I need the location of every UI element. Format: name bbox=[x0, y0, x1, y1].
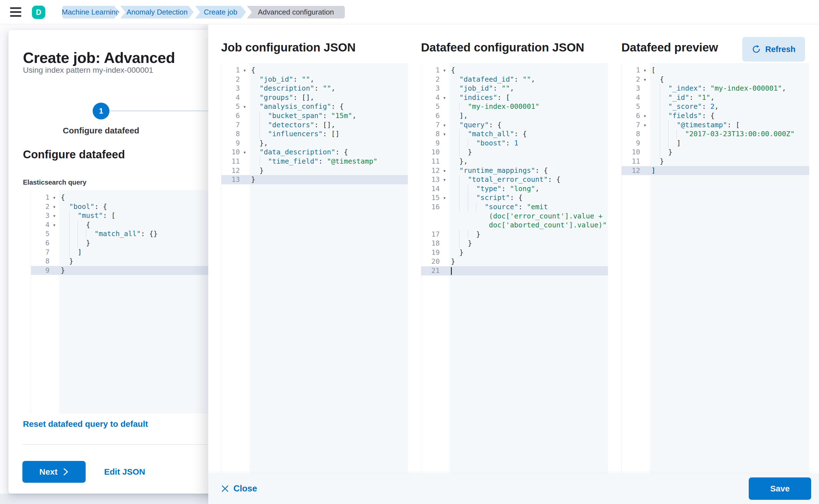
breadcrumb-item-1[interactable]: Machine Learning bbox=[62, 6, 119, 18]
line-number-gutter: 5▾ bbox=[222, 102, 250, 111]
code-line[interactable]: 5▾ "analysis_config": { bbox=[222, 102, 408, 111]
code-line[interactable]: 5 "my-index-000001" bbox=[421, 102, 608, 111]
refresh-button[interactable]: Refresh bbox=[742, 37, 805, 62]
fold-arrow-icon[interactable]: ▾ bbox=[640, 121, 650, 130]
code-line[interactable]: 9 ] bbox=[622, 139, 809, 148]
code-line[interactable]: 11 } bbox=[622, 157, 809, 166]
line-number-gutter: 8▾ bbox=[421, 129, 449, 139]
refresh-icon bbox=[752, 45, 761, 54]
code-line[interactable]: 3 "job_id": "", bbox=[421, 84, 608, 93]
line-number-gutter: 11 bbox=[421, 157, 449, 166]
line-number-gutter: 7▾ bbox=[421, 121, 449, 130]
fold-arrow-icon[interactable]: ▾ bbox=[50, 193, 59, 202]
code-line[interactable]: 12▾ "runtime_mappings": { bbox=[421, 166, 608, 175]
code-line[interactable]: 21 bbox=[421, 266, 608, 275]
fold-arrow-icon[interactable]: ▾ bbox=[440, 175, 449, 184]
line-number-gutter: 12 bbox=[622, 166, 650, 175]
datafeed-configuration-json-editor[interactable]: 1▾{2 "datafeed_id": "",3 "job_id": "",4▾… bbox=[421, 63, 608, 473]
code-line[interactable]: 9 "boost": 1 bbox=[421, 139, 608, 148]
line-number-gutter: 10 bbox=[421, 148, 449, 157]
code-line[interactable]: 6 ], bbox=[421, 111, 608, 121]
line-number-gutter: 6▾ bbox=[622, 111, 650, 121]
fold-arrow-icon[interactable]: ▾ bbox=[440, 93, 449, 102]
code-line[interactable]: 11 }, bbox=[421, 157, 608, 166]
code-line[interactable]: 11 "time_field": "@timestamp" bbox=[222, 157, 408, 166]
text-cursor bbox=[451, 267, 452, 275]
next-button[interactable]: Next bbox=[22, 461, 86, 483]
fold-arrow-icon[interactable]: ▾ bbox=[440, 166, 449, 175]
fold-arrow-icon[interactable]: ▾ bbox=[240, 148, 250, 157]
code-line[interactable]: 7▾ "query": { bbox=[421, 121, 608, 130]
fold-arrow-icon[interactable]: ▾ bbox=[640, 66, 650, 75]
line-number-gutter: 9 bbox=[421, 139, 449, 148]
code-line[interactable]: 5 "_score": 2, bbox=[622, 102, 809, 111]
fold-arrow-icon[interactable]: ▾ bbox=[50, 211, 59, 220]
code-line[interactable]: 8 "influencers": [] bbox=[222, 129, 408, 139]
code-line[interactable]: 1▾[ bbox=[622, 66, 809, 75]
code-line[interactable]: 20} bbox=[421, 257, 608, 266]
section-heading: Configure datafeed bbox=[23, 148, 125, 161]
fold-arrow-icon[interactable]: ▾ bbox=[50, 202, 59, 211]
step-1-indicator[interactable]: 1 bbox=[93, 103, 109, 119]
code-line[interactable]: 2 "job_id": "", bbox=[222, 75, 408, 84]
line-number-gutter: 8 bbox=[222, 129, 250, 139]
code-line[interactable]: 2 "datafeed_id": "", bbox=[421, 75, 608, 84]
line-number-gutter: 2▾ bbox=[31, 202, 59, 211]
code-line[interactable]: 1▾{ bbox=[421, 66, 608, 75]
code-line[interactable]: 10 } bbox=[622, 148, 809, 157]
code-line[interactable]: 16 "source": "emit bbox=[421, 202, 608, 212]
code-line[interactable]: 8 "2017-03-23T13:00:00.000Z" bbox=[622, 129, 809, 139]
code-line[interactable]: 12] bbox=[622, 166, 809, 175]
line-number-gutter: 3 bbox=[421, 84, 449, 93]
code-line[interactable]: 10 } bbox=[421, 148, 608, 157]
code-line[interactable]: doc['aborted_count'].value)" bbox=[421, 221, 608, 230]
breadcrumb-item-2[interactable]: Anomaly Detection bbox=[120, 6, 194, 18]
code-line[interactable]: 1▾{ bbox=[222, 66, 408, 75]
fold-arrow-icon[interactable]: ▾ bbox=[440, 129, 449, 139]
line-number-gutter: 7 bbox=[31, 248, 59, 257]
line-number-gutter: 13 bbox=[222, 175, 250, 184]
code-line[interactable]: 6 "bucket_span": "15m", bbox=[222, 111, 408, 121]
job-configuration-json-editor[interactable]: 1▾{2 "job_id": "",3 "description": "",4 … bbox=[221, 63, 408, 473]
fold-arrow-icon[interactable]: ▾ bbox=[440, 193, 449, 202]
breadcrumb-item-3[interactable]: Create job bbox=[195, 6, 246, 18]
fold-arrow-icon[interactable]: ▾ bbox=[240, 102, 250, 111]
code-line[interactable]: 12 } bbox=[222, 166, 408, 175]
save-button[interactable]: Save bbox=[749, 477, 811, 500]
fold-arrow-icon[interactable]: ▾ bbox=[640, 111, 650, 121]
code-line[interactable]: 19 } bbox=[421, 248, 608, 257]
code-line[interactable]: 8▾ "match_all": { bbox=[421, 129, 608, 139]
code-line[interactable]: 2▾ { bbox=[622, 75, 809, 84]
code-line[interactable]: 4▾ "indices": [ bbox=[421, 93, 608, 102]
line-number-gutter: 1▾ bbox=[222, 66, 250, 75]
code-line[interactable]: 14 "type": "long", bbox=[421, 184, 608, 194]
code-line[interactable]: 15▾ "script": { bbox=[421, 193, 608, 202]
fold-arrow-icon[interactable]: ▾ bbox=[640, 75, 650, 84]
code-line[interactable]: 10▾ "data_description": { bbox=[222, 148, 408, 157]
code-line[interactable]: 7▾ "@timestamp": [ bbox=[622, 121, 809, 130]
line-number-gutter: 4▾ bbox=[31, 220, 59, 230]
edit-json-link[interactable]: Edit JSON bbox=[104, 467, 145, 477]
datafeed-configuration-json-title: Datafeed configuration JSON bbox=[421, 41, 584, 54]
fold-arrow-icon[interactable]: ▾ bbox=[50, 220, 59, 230]
line-number-gutter bbox=[421, 212, 449, 221]
code-line[interactable]: 18 } bbox=[421, 239, 608, 248]
code-line[interactable]: 17 } bbox=[421, 230, 608, 239]
code-line[interactable]: 3 "description": "", bbox=[222, 84, 408, 93]
code-line[interactable]: 13} bbox=[222, 175, 408, 184]
fold-arrow-icon[interactable]: ▾ bbox=[440, 66, 449, 75]
fold-arrow-icon[interactable]: ▾ bbox=[440, 121, 449, 130]
code-line[interactable]: (doc['error_count'].value + bbox=[421, 212, 608, 221]
fold-arrow-icon[interactable]: ▾ bbox=[240, 66, 250, 75]
code-line[interactable]: 6▾ "fields": { bbox=[622, 111, 809, 121]
line-number-gutter: 19 bbox=[421, 248, 449, 257]
code-line[interactable]: 3 "_index": "my-index-000001", bbox=[622, 84, 809, 93]
code-line[interactable]: 9 }, bbox=[222, 139, 408, 148]
close-button[interactable]: Close bbox=[221, 473, 257, 504]
code-line[interactable]: 13▾ "total_error_count": { bbox=[421, 175, 608, 184]
reset-datafeed-query-link[interactable]: Reset datafeed query to default bbox=[23, 419, 148, 429]
code-line[interactable]: 4 "_id": "1", bbox=[622, 93, 809, 102]
code-line[interactable]: 4 "groups": [], bbox=[222, 93, 408, 102]
code-line[interactable]: 7 "detectors": [], bbox=[222, 121, 408, 130]
datafeed-preview-editor[interactable]: 1▾[2▾ {3 "_index": "my-index-000001",4 "… bbox=[622, 63, 809, 473]
